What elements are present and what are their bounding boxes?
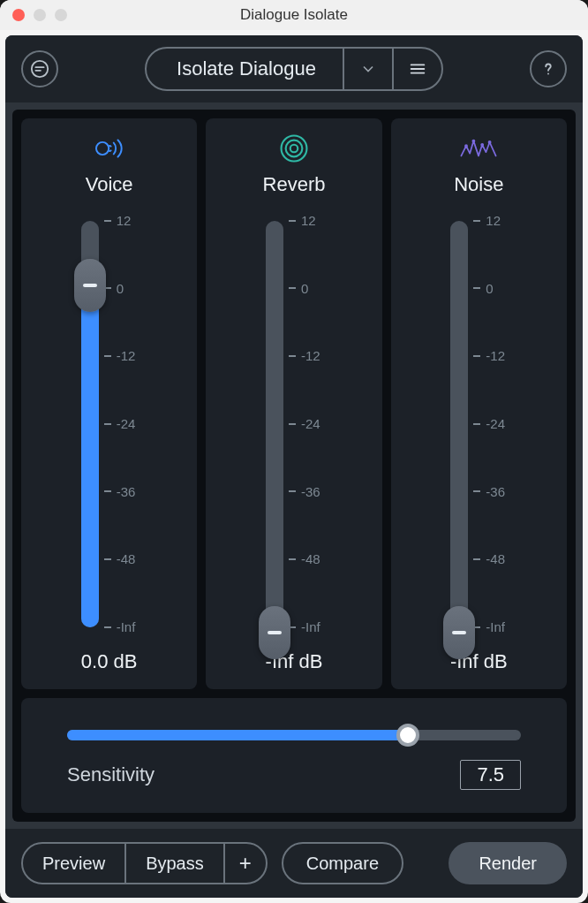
sensitivity-track[interactable] [67,730,521,740]
main-content: Voice 120-12-24-36-48-Inf 0.0 dB [12,110,576,822]
preset-selector: Isolate Dialogue [145,47,443,91]
svg-point-6 [465,145,467,147]
sensitivity-panel: Sensitivity 7.5 [21,698,567,813]
reverb-ticks: 120-12-24-36-48-Inf [289,221,342,627]
svg-point-0 [32,61,48,77]
sliders-row: Voice 120-12-24-36-48-Inf 0.0 dB [21,118,567,689]
fader-tick: -36 [104,484,136,499]
reverb-panel: Reverb 120-12-24-36-48-Inf -Inf dB [206,118,381,689]
svg-point-2 [96,142,109,155]
noise-track[interactable] [450,221,468,627]
app-window: Dialogue Isolate Isolate Dialogue [0,0,588,903]
preview-bypass-group: Preview Bypass + [21,842,268,884]
sensitivity-fill [67,730,408,740]
voice-title: Voice [86,173,133,196]
svg-point-9 [489,141,491,143]
help-icon [539,59,558,79]
voice-fader-area: 120-12-24-36-48-Inf [30,216,188,633]
preview-button[interactable]: Preview [23,844,124,883]
voice-readout: 0.0 dB [81,650,138,673]
titlebar: Dialogue Isolate [0,0,588,30]
help-button[interactable] [530,50,567,87]
noise-fader-area: 120-12-24-36-48-Inf [400,216,558,633]
sensitivity-thumb[interactable] [396,724,419,747]
voice-thumb[interactable] [74,259,106,312]
window-title: Dialogue Isolate [12,6,576,24]
fader-tick: -Inf [104,619,136,634]
noise-title: Noise [454,173,503,196]
zoom-window-button[interactable] [55,9,67,21]
preset-label[interactable]: Isolate Dialogue [147,49,343,89]
fader-tick: -24 [104,416,136,431]
bypass-button[interactable]: Bypass [124,844,223,883]
voice-ticks: 120-12-24-36-48-Inf [104,221,157,627]
close-window-button[interactable] [12,9,25,21]
top-toolbar: Isolate Dialogue [5,35,583,102]
add-button[interactable]: + [223,844,266,883]
fader-tick: -12 [104,348,136,363]
chat-icon-button[interactable] [21,50,58,87]
fader-tick: 0 [104,281,124,296]
bottom-bar: Preview Bypass + Compare Render [5,829,583,898]
fader-tick: 0 [473,281,493,296]
svg-point-8 [481,144,483,146]
reverb-thumb[interactable] [259,606,290,659]
minimize-window-button[interactable] [34,9,46,21]
menu-icon [408,59,427,79]
reverb-fader-area: 120-12-24-36-48-Inf [215,216,373,633]
voice-panel: Voice 120-12-24-36-48-Inf 0.0 dB [21,118,197,689]
svg-point-4 [286,140,303,157]
preset-menu-button[interactable] [392,49,441,89]
fader-tick: -Inf [289,619,320,634]
chevron-down-icon [359,60,377,78]
voice-track-fill [81,280,99,627]
noise-thumb[interactable] [443,606,475,659]
fader-tick: -Inf [473,619,505,634]
svg-point-7 [473,140,475,142]
fader-tick: -36 [289,484,320,499]
noise-ticks: 120-12-24-36-48-Inf [473,221,526,627]
voice-icon [93,133,126,164]
fader-tick: -12 [289,348,320,363]
fader-tick: 12 [473,213,501,228]
render-button[interactable]: Render [449,842,567,884]
fader-tick: -48 [104,551,136,566]
fader-tick: -48 [289,551,320,566]
noise-panel: Noise 120-12-24-36-48-Inf -Inf dB [391,118,567,689]
fader-tick: -24 [473,416,505,431]
sensitivity-label: Sensitivity [67,763,155,786]
sensitivity-value-input[interactable]: 7.5 [460,760,521,790]
svg-point-1 [547,73,549,75]
preset-dropdown-button[interactable] [343,49,392,89]
reverb-track[interactable] [266,221,283,627]
compare-button[interactable]: Compare [282,842,403,884]
reverb-title: Reverb [263,173,326,196]
fader-tick: -48 [473,551,505,566]
svg-point-3 [290,145,298,153]
noise-icon [460,133,497,164]
chat-icon [30,59,49,79]
traffic-lights [12,9,67,21]
fader-tick: 0 [289,281,308,296]
fader-tick: -36 [473,484,505,499]
reverb-icon [279,133,309,164]
fader-tick: -24 [289,416,320,431]
fader-tick: -12 [473,348,505,363]
plugin-panel: Isolate Dialogue [5,35,583,898]
fader-tick: 12 [104,213,132,228]
fader-tick: 12 [289,213,316,228]
